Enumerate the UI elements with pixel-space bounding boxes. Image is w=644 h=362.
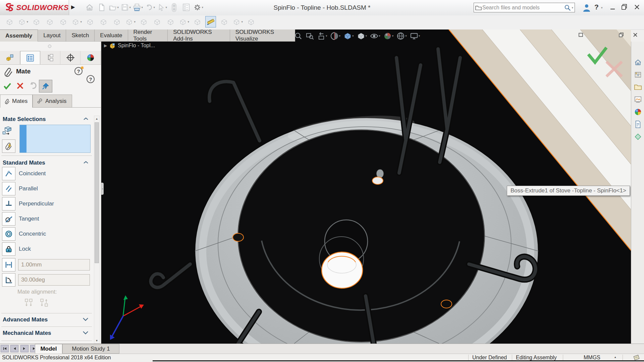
coincident-mate-button[interactable] — [2, 167, 15, 180]
display-manager-tab[interactable] — [80, 51, 101, 64]
performance-evaluation-icon[interactable] — [246, 16, 256, 27]
concentric-label[interactable]: Concentric — [19, 231, 46, 237]
view-settings-icon[interactable]: ▾ — [410, 32, 420, 40]
open-dropdown-icon[interactable]: ▾ — [117, 6, 119, 9]
parallel-label[interactable]: Parallel — [19, 185, 38, 192]
forum-icon[interactable] — [633, 132, 642, 141]
angle-field[interactable]: ▲▼ — [18, 274, 90, 286]
hide-show-items-icon[interactable]: ▾ — [370, 32, 380, 40]
coincident-label[interactable]: Coincident — [19, 170, 46, 177]
scroll-down-button[interactable]: ▼ — [94, 338, 99, 343]
tab-layout[interactable]: Layout — [38, 29, 66, 42]
units-selector[interactable]: MMGS — [584, 355, 600, 361]
first-tab-button[interactable] — [1, 345, 9, 352]
property-manager-tab[interactable] — [20, 51, 40, 64]
distance-input[interactable] — [18, 259, 96, 270]
panel-collapse-handle[interactable] — [48, 45, 51, 48]
tab-render-tools[interactable]: Render Tools — [128, 29, 168, 42]
distance-field[interactable]: ▲▼ — [18, 259, 90, 270]
tab-assembly[interactable]: Assembly — [0, 29, 38, 42]
reference-geometry-icon[interactable] — [138, 16, 149, 27]
distance-mate-button[interactable] — [2, 258, 15, 272]
file-explorer-icon[interactable] — [633, 82, 642, 92]
aligned-button[interactable] — [23, 297, 34, 308]
collapse-chevron-icon[interactable] — [83, 161, 89, 164]
breadcrumb[interactable]: ▶ SpinFlo - Topl... — [104, 42, 155, 49]
new-motion-study-icon[interactable] — [152, 16, 162, 27]
save-dropdown-icon[interactable]: ▾ — [129, 6, 131, 9]
previous-view-icon[interactable]: ▾ — [317, 32, 327, 40]
configuration-manager-tab[interactable] — [40, 51, 60, 64]
custom-properties-icon[interactable] — [633, 120, 642, 129]
select-dropdown-icon[interactable]: ▾ — [165, 6, 167, 9]
mate-icon[interactable] — [31, 16, 42, 27]
edit-component-icon[interactable] — [4, 16, 15, 27]
design-library-icon[interactable] — [633, 70, 642, 79]
search-scope-folder-icon[interactable] — [475, 5, 482, 10]
help-dropdown-icon[interactable]: ▾ — [601, 6, 603, 9]
tab-model[interactable]: Model — [35, 344, 62, 354]
print-dropdown-icon[interactable]: ▾ — [141, 6, 143, 9]
exploded-view-icon[interactable] — [111, 16, 122, 27]
undo-icon[interactable]: ▾ — [145, 2, 155, 12]
edit-appearance-icon[interactable]: ▾ — [383, 32, 394, 40]
keep-visible-pin-button[interactable] — [39, 80, 52, 93]
tab-mates[interactable]: Mates — [0, 95, 33, 108]
angle-mate-button[interactable] — [2, 273, 15, 287]
help-icon[interactable]: ? — [87, 75, 95, 83]
lock-label[interactable]: Lock — [19, 246, 31, 252]
settings-gear-icon[interactable]: ▾ — [193, 2, 203, 12]
assembly-visualization-icon[interactable]: ▾ — [232, 16, 243, 27]
display-style-icon[interactable]: ▾ — [357, 32, 367, 40]
restore-window-icon[interactable] — [621, 4, 628, 10]
whats-new-help-icon[interactable]: ?✱ — [74, 67, 83, 75]
expand-chevron-icon[interactable] — [83, 331, 89, 335]
tab-solidworks-add-ins[interactable]: SOLIDWORKS Add-Ins — [168, 29, 230, 42]
undo-button[interactable] — [28, 81, 38, 90]
panel-scrollbar[interactable]: ▲ ▼ — [94, 116, 100, 344]
zoom-to-fit-icon[interactable] — [294, 32, 303, 40]
doc-minimize-icon[interactable] — [578, 32, 584, 38]
view-palette-icon[interactable] — [633, 95, 642, 104]
parallel-mate-button[interactable] — [2, 182, 15, 195]
tab-evaluate[interactable]: Evaluate — [95, 29, 128, 42]
assembly-features-icon[interactable]: ▾ — [125, 16, 136, 27]
home-icon[interactable] — [85, 2, 95, 12]
collapse-chevron-icon[interactable] — [83, 117, 89, 120]
preview-window-icon[interactable] — [44, 16, 55, 27]
perpendicular-mate-button[interactable] — [2, 197, 15, 210]
measure-icon[interactable] — [205, 16, 216, 27]
user-account-icon[interactable] — [582, 3, 591, 12]
menu-flyout-arrow-icon[interactable]: ▶ — [71, 4, 75, 10]
exploded-line-sketch-icon[interactable]: ▾ — [178, 16, 189, 27]
insert-components-icon[interactable]: ▾ — [17, 16, 28, 27]
lock-mate-button[interactable] — [2, 242, 15, 256]
tangent-label[interactable]: Tangent — [19, 216, 39, 222]
perpendicular-label[interactable]: Perpendicular — [19, 200, 54, 207]
doc-restore-icon[interactable] — [619, 32, 624, 38]
panel-splitter-handle[interactable] — [101, 183, 104, 195]
move-component-icon[interactable] — [85, 16, 95, 27]
options-list-icon[interactable] — [181, 2, 191, 12]
scrollbar-thumb[interactable] — [95, 122, 99, 263]
expand-chevron-icon[interactable] — [83, 317, 89, 321]
zoom-to-area-icon[interactable] — [306, 32, 314, 40]
doc-close-icon[interactable] — [633, 32, 638, 38]
mate-selections-listbox[interactable] — [19, 125, 91, 153]
save-icon[interactable]: ▾ — [121, 2, 131, 12]
section-view-icon[interactable]: ▾ — [330, 32, 341, 40]
tangent-mate-button[interactable] — [2, 212, 15, 226]
next-tab-button[interactable] — [20, 345, 29, 352]
breadcrumb-label[interactable]: SpinFlo - Topl... — [118, 43, 155, 49]
rebuild-toggle-icon[interactable] — [169, 2, 179, 12]
previous-tab-button[interactable] — [10, 345, 18, 352]
new-document-icon[interactable] — [97, 2, 107, 12]
rotate-component-icon[interactable] — [98, 16, 109, 27]
undo-dropdown-icon[interactable]: ▾ — [153, 6, 155, 9]
update-speedpak-icon[interactable] — [192, 16, 203, 27]
help-menu-icon[interactable]: ? — [594, 3, 599, 11]
search-box[interactable]: ▾ — [474, 3, 575, 12]
scroll-up-button[interactable]: ▲ — [94, 116, 99, 121]
tab-solidworks-visualize[interactable]: SOLIDWORKS Visualize — [230, 29, 295, 42]
resources-home-icon[interactable] — [633, 58, 642, 67]
